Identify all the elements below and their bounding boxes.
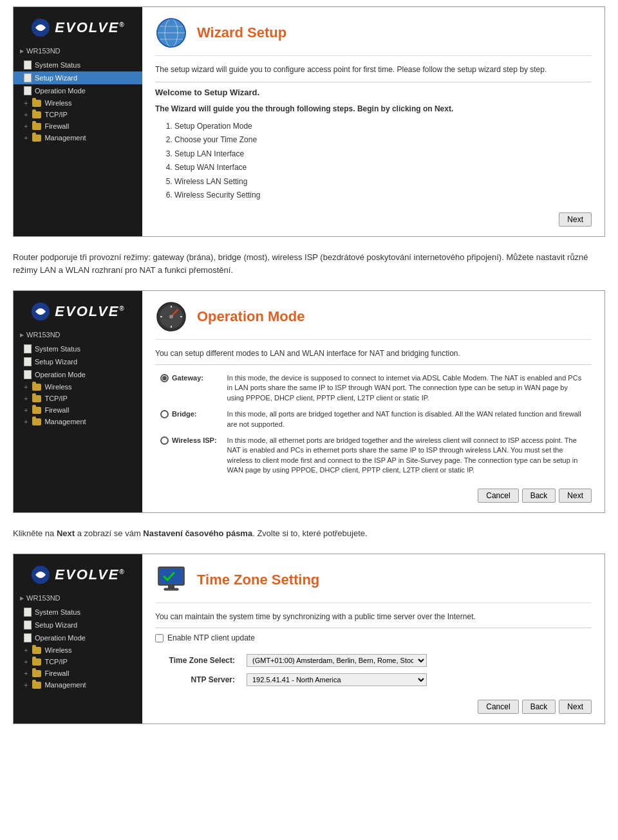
doc-icon	[24, 621, 32, 630]
sidebar-item-management[interactable]: + Management	[14, 132, 142, 144]
timezone-select-row: Time Zone Select: (GMT+01:00) Amsterdam,…	[156, 651, 590, 669]
folder-icon	[32, 123, 41, 130]
sidebar-label: Wireless	[44, 383, 71, 391]
ntp-server-select[interactable]: 192.5.41.41 - North America	[247, 673, 427, 686]
folder-icon	[32, 418, 41, 425]
op-mode-header: Operation Mode	[155, 301, 592, 340]
speedometer-icon	[155, 301, 187, 333]
logo-area-3: EVOLVE®	[14, 559, 142, 593]
sidebar-item-management-3[interactable]: + Management	[14, 679, 142, 691]
sidebar-1: EVOLVE® WR153ND System Status Setup Wiza…	[14, 7, 142, 236]
gateway-row: Gateway: In this mode, the device is sup…	[155, 370, 592, 406]
sidebar-item-wireless[interactable]: + Wireless	[14, 97, 142, 109]
sidebar-item-setup-wizard-2[interactable]: Setup Wizard	[14, 355, 142, 368]
step-item: Setup LAN Interface	[174, 147, 592, 162]
expand-icon: +	[24, 658, 28, 666]
tz-description: You can maintain the system time by sync…	[155, 611, 592, 622]
sidebar-item-tcpip-3[interactable]: + TCP/IP	[14, 656, 142, 667]
sidebar-item-system-status[interactable]: System Status	[14, 59, 142, 71]
wireless-isp-label: Wireless ISP:	[172, 436, 217, 445]
tz-cancel-button[interactable]: Cancel	[478, 700, 518, 714]
sidebar-item-setup-wizard-3[interactable]: Setup Wizard	[14, 619, 142, 631]
expand-icon: +	[24, 669, 28, 677]
ntp-server-label: NTP Server:	[156, 671, 240, 689]
sidebar-label: Setup Wizard	[35, 621, 77, 629]
step-item: Wireless LAN Setting	[174, 175, 592, 189]
ntp-checkbox-row: Enable NTP client update	[155, 632, 592, 644]
sidebar-item-tcpip-2[interactable]: + TCP/IP	[14, 393, 142, 404]
expand-icon: +	[24, 418, 28, 425]
next-button-2[interactable]: Next	[559, 489, 592, 503]
sidebar-item-firewall-2[interactable]: + Firewall	[14, 404, 142, 416]
bridge-label-cell: Bridge:	[155, 406, 222, 433]
op-mode-title: Operation Mode	[197, 308, 304, 325]
folder-icon	[32, 384, 41, 391]
sidebar-item-operation-mode[interactable]: Operation Mode	[14, 84, 142, 97]
tz-back-button[interactable]: Back	[522, 700, 556, 714]
sidebar-label: Management	[44, 681, 86, 689]
expand-icon: +	[24, 383, 28, 391]
timezone-select[interactable]: (GMT+01:00) Amsterdam, Berlin, Bern, Rom…	[247, 654, 427, 667]
sidebar-label: System Status	[35, 345, 80, 353]
sidebar-item-firewall[interactable]: + Firewall	[14, 120, 142, 132]
sidebar-item-firewall-3[interactable]: + Firewall	[14, 667, 142, 679]
sidebar-label: Wireless	[44, 646, 71, 654]
wizard-main: Wizard Setup The setup wizard will guide…	[142, 7, 604, 236]
doc-icon	[24, 86, 32, 95]
sidebar-item-wireless-2[interactable]: + Wireless	[14, 381, 142, 393]
doc-icon	[24, 370, 32, 379]
logo-area: EVOLVE®	[14, 12, 142, 46]
sidebar-label: Operation Mode	[35, 634, 86, 642]
wizard-setup-panel: EVOLVE® WR153ND System Status Setup Wiza…	[13, 6, 605, 237]
expand-icon: +	[24, 122, 28, 130]
svg-rect-15	[168, 585, 174, 588]
next-button[interactable]: Next	[559, 212, 592, 227]
tz-next-button[interactable]: Next	[559, 700, 592, 714]
sidebar-label: TCP/IP	[44, 111, 67, 118]
sidebar-item-system-status-3[interactable]: System Status	[14, 606, 142, 619]
wizard-buttons: Next	[155, 212, 592, 227]
sidebar-item-tcpip[interactable]: + TCP/IP	[14, 109, 142, 120]
sidebar-label: Management	[44, 418, 86, 425]
wizard-title: Wizard Setup	[197, 24, 286, 41]
logo-text: EVOLVE®	[55, 19, 125, 36]
op-mode-buttons: Cancel Back Next	[155, 489, 592, 503]
back-button[interactable]: Back	[522, 489, 556, 503]
bridge-description: In this mode, all ports are bridged toge…	[222, 406, 592, 433]
evolve-logo-3: EVOLVE®	[30, 565, 125, 585]
cancel-button[interactable]: Cancel	[478, 489, 518, 503]
expand-icon: +	[24, 111, 28, 118]
folder-icon	[32, 111, 41, 118]
wireless-isp-description: In this mode, all ethernet ports are bri…	[222, 433, 592, 479]
sidebar-item-setup-wizard[interactable]: Setup Wizard	[14, 71, 142, 84]
wireless-isp-radio[interactable]: Wireless ISP:	[160, 436, 217, 445]
logo-area-2: EVOLVE®	[14, 296, 142, 330]
ntp-server-row: NTP Server: 192.5.41.41 - North America	[156, 671, 590, 689]
sidebar-label: Firewall	[44, 669, 69, 677]
ntp-checkbox[interactable]	[155, 634, 164, 642]
sidebar-item-system-status-2[interactable]: System Status	[14, 342, 142, 355]
globe-icon	[155, 17, 187, 49]
tz-table: Time Zone Select: (GMT+01:00) Amsterdam,…	[155, 650, 592, 690]
logo-text-3: EVOLVE®	[55, 566, 125, 583]
folder-icon	[32, 670, 41, 677]
sidebar-item-management-2[interactable]: + Management	[14, 416, 142, 427]
step-item: Setup WAN Interface	[174, 161, 592, 175]
doc-icon	[24, 633, 32, 642]
time-zone-panel: EVOLVE® WR153ND System Status Setup Wiza…	[13, 554, 605, 724]
sidebar-label: TCP/IP	[44, 658, 67, 666]
op-mode-table: Gateway: In this mode, the device is sup…	[155, 370, 592, 479]
sidebar-label: Wireless	[44, 99, 71, 107]
text-between-1: Router podporuje tři provozní režimy: ga…	[0, 243, 618, 284]
gateway-radio[interactable]: Gateway:	[160, 373, 217, 383]
sidebar-item-operation-mode-2[interactable]: Operation Mode	[14, 368, 142, 381]
expand-icon: +	[24, 99, 28, 107]
op-mode-main: Operation Mode You can setup different m…	[142, 291, 604, 512]
ntp-label: Enable NTP client update	[167, 632, 255, 644]
bridge-label: Bridge:	[172, 409, 197, 419]
folder-icon	[32, 395, 41, 402]
sidebar-item-wireless-3[interactable]: + Wireless	[14, 644, 142, 656]
sidebar-item-operation-mode-3[interactable]: Operation Mode	[14, 631, 142, 644]
bridge-radio[interactable]: Bridge:	[160, 409, 217, 419]
sidebar-3: EVOLVE® WR153ND System Status Setup Wiza…	[14, 554, 142, 723]
